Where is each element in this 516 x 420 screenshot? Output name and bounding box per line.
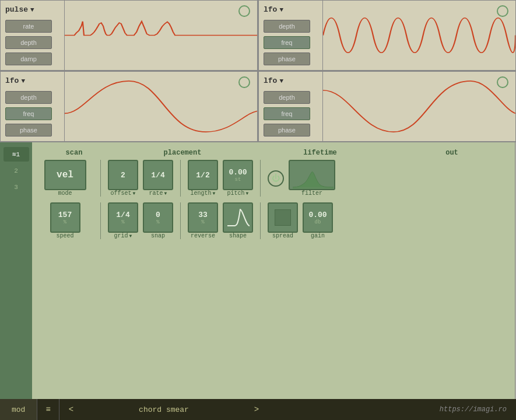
lfo-br-wave-svg bbox=[323, 72, 515, 141]
panel-lfo-tr-header[interactable]: lfo ▼ bbox=[264, 5, 318, 14]
scan-vel-box[interactable]: vel bbox=[44, 160, 86, 190]
grid-label: grid ▼ bbox=[108, 233, 138, 239]
lifetime-bottom-section: 33 % reverse shape bbox=[185, 202, 261, 239]
placement-bottom-knobs: 1/4 % grid ▼ 0 % bbox=[108, 202, 173, 239]
pitch-knob-container: 0.00 st pitch ▼ bbox=[223, 160, 253, 197]
sidebar-item-2[interactable]: 2 bbox=[3, 164, 29, 178]
menu-button[interactable]: ≡ bbox=[37, 399, 59, 420]
placement-bottom-section: 1/4 % grid ▼ 0 % bbox=[106, 202, 181, 239]
out-section: ⏻ filter bbox=[265, 160, 335, 197]
lfo-tr-phase-btn[interactable]: phase bbox=[264, 52, 310, 65]
panel-pulse-header[interactable]: pulse ▼ bbox=[5, 5, 59, 14]
filter-knob[interactable] bbox=[289, 160, 335, 190]
panel-lfo-tr-controls: lfo ▼ depth freq phase bbox=[259, 1, 323, 70]
knobs-row-bottom: 157 % speed 1/4 % grid bbox=[37, 202, 510, 239]
panel-pulse-dropdown-icon[interactable]: ▼ bbox=[30, 6, 34, 13]
pulse-rate-btn[interactable]: rate bbox=[5, 20, 52, 33]
sidebar-item-1[interactable]: ≋1 bbox=[3, 147, 29, 162]
next-icon: > bbox=[254, 405, 259, 414]
reverse-knob-container: 33 % reverse bbox=[188, 202, 218, 239]
pitch-arrow-icon: ▼ bbox=[246, 191, 249, 196]
lfo-tr-depth-btn[interactable]: depth bbox=[264, 20, 310, 33]
speed-unit: % bbox=[64, 219, 66, 225]
lifetime-section: 1/2 length ▼ 0.00 st bbox=[185, 160, 261, 197]
speed-value: 157 bbox=[58, 211, 72, 219]
lfo-bl-phase-btn[interactable]: phase bbox=[5, 124, 52, 136]
out-gain-unit: db bbox=[315, 219, 321, 225]
prev-button[interactable]: < bbox=[59, 399, 83, 420]
gain-container: 0.00 db gain bbox=[303, 202, 333, 239]
speed-knob[interactable]: 157 % bbox=[50, 202, 80, 233]
out-controls-row: ⏻ filter bbox=[268, 160, 335, 197]
lfo-tr-freq-btn[interactable]: freq bbox=[264, 36, 310, 49]
sidebar-item-1-label: ≋1 bbox=[12, 151, 20, 158]
scan-section: vel mode bbox=[37, 160, 101, 197]
panel-lfo-bl-header[interactable]: lfo ▼ bbox=[5, 76, 59, 85]
scan-title: scan bbox=[66, 149, 83, 157]
shape-knob[interactable] bbox=[223, 202, 253, 233]
pitch-knob[interactable]: 0.00 st bbox=[223, 160, 253, 190]
offset-knob[interactable]: 2 bbox=[108, 160, 138, 190]
prev-icon: < bbox=[69, 405, 73, 414]
shape-label: shape bbox=[223, 233, 253, 239]
pulse-wave-svg bbox=[65, 1, 257, 70]
lfo-br-waveform-canvas bbox=[323, 72, 515, 141]
panel-lfo-bl-dropdown-icon[interactable]: ▼ bbox=[21, 78, 25, 85]
mod-tab[interactable]: mod bbox=[0, 399, 37, 420]
pitch-unit: st bbox=[235, 177, 241, 183]
panel-pulse-controls: pulse ▼ rate depth damp bbox=[1, 1, 65, 70]
knobs-row-top: vel mode 2 offset ▼ bbox=[37, 160, 510, 197]
sidebar-item-3[interactable]: 3 bbox=[3, 180, 29, 194]
offset-knob-container: 2 offset ▼ bbox=[108, 160, 138, 197]
power-button[interactable]: ⏻ bbox=[268, 170, 284, 187]
lfo-br-depth-btn[interactable]: depth bbox=[264, 91, 310, 104]
waveform-row-bottom: lfo ▼ depth freq phase bbox=[0, 71, 516, 142]
url-display: https://imagi.ro bbox=[430, 405, 516, 414]
lfo-br-phase-btn[interactable]: phase bbox=[264, 124, 310, 136]
scan-speed-section: 157 % speed bbox=[37, 202, 101, 239]
rate-knob[interactable]: 1/4 bbox=[143, 160, 173, 190]
out-bottom-section: spread 0.00 db gain bbox=[265, 202, 333, 239]
shape-svg bbox=[225, 205, 251, 230]
offset-label: offset ▼ bbox=[108, 190, 138, 197]
panel-lfo-bl-controls: lfo ▼ depth freq phase bbox=[1, 72, 65, 141]
pulse-depth-btn[interactable]: depth bbox=[5, 36, 52, 49]
panel-lfo-br-header[interactable]: lfo ▼ bbox=[264, 76, 318, 85]
lfo-bl-depth-btn[interactable]: depth bbox=[5, 91, 52, 104]
reverse-knob[interactable]: 33 % bbox=[188, 202, 218, 233]
spread-knob[interactable] bbox=[268, 202, 298, 233]
out-bottom-knobs: spread 0.00 db gain bbox=[268, 202, 333, 239]
preset-title: chord smear bbox=[83, 405, 245, 414]
panel-pulse-label: pulse bbox=[5, 5, 28, 14]
out-gain-knob[interactable]: 0.00 db bbox=[303, 202, 333, 233]
panel-lfo-tr-dropdown-icon[interactable]: ▼ bbox=[279, 6, 283, 13]
scan-mode-label: mode bbox=[50, 190, 80, 197]
filter-container: filter bbox=[289, 160, 335, 197]
out-gain-value: 0.00 bbox=[308, 211, 327, 219]
lfo-bl-freq-btn[interactable]: freq bbox=[5, 107, 52, 120]
snap-knob[interactable]: 0 % bbox=[143, 202, 173, 233]
snap-knob-container: 0 % snap bbox=[143, 202, 173, 239]
snap-value: 0 bbox=[156, 211, 160, 219]
placement-title: placement bbox=[164, 149, 202, 157]
panel-lfo-br-dropdown-icon[interactable]: ▼ bbox=[279, 78, 283, 85]
section-headers: scan placement lifetime out bbox=[37, 147, 510, 158]
reverse-label: reverse bbox=[188, 233, 218, 239]
panel-lfo-br-controls: lfo ▼ depth freq phase bbox=[259, 72, 323, 141]
pulse-damp-btn[interactable]: damp bbox=[5, 52, 52, 65]
placement-knobs: 2 offset ▼ 1/4 rate bbox=[108, 160, 173, 197]
pulse-waveform-canvas bbox=[65, 1, 257, 70]
lfo-br-freq-btn[interactable]: freq bbox=[264, 107, 310, 120]
panel-pulse: pulse ▼ rate depth damp bbox=[0, 0, 258, 71]
grid-unit: % bbox=[121, 219, 124, 225]
next-button[interactable]: > bbox=[245, 399, 268, 420]
filter-label: filter bbox=[297, 190, 327, 197]
grid-knob[interactable]: 1/4 % bbox=[108, 202, 138, 233]
sidebar-item-2-label: 2 bbox=[14, 167, 18, 174]
lfo-tr-waveform-canvas bbox=[323, 1, 515, 70]
length-knob[interactable]: 1/2 bbox=[188, 160, 218, 190]
panel-lfo-bottom-right: lfo ▼ depth freq phase bbox=[258, 71, 516, 142]
rate-knob-container: 1/4 rate ▼ bbox=[143, 160, 173, 197]
grid-value: 1/4 bbox=[116, 211, 129, 219]
waveform-section: pulse ▼ rate depth damp bbox=[0, 0, 516, 142]
